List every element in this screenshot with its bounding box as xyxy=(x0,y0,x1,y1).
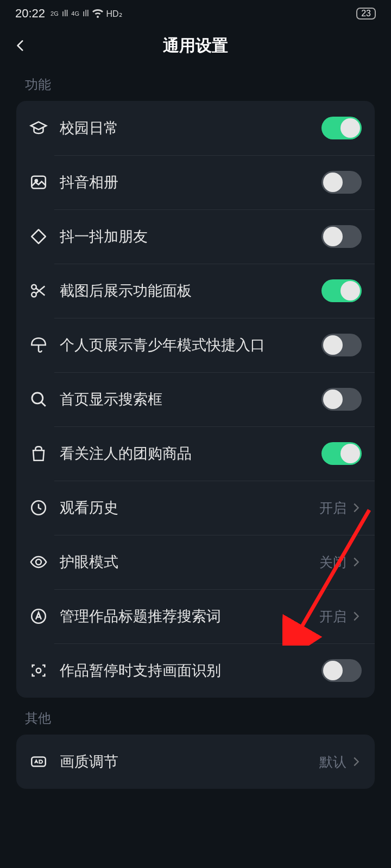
chevron-right-icon xyxy=(350,502,362,514)
toggle-campus[interactable] xyxy=(321,117,362,139)
graduation-cap-icon xyxy=(29,119,48,137)
toggle-search[interactable] xyxy=(321,388,362,411)
row-keywords[interactable]: 管理作品标题推荐搜索词 开启 xyxy=(16,589,375,643)
row-value: 默认 xyxy=(319,753,346,771)
chevron-right-icon xyxy=(350,556,362,568)
section-label-func: 功能 xyxy=(0,64,391,101)
row-label: 观看历史 xyxy=(60,498,319,518)
row-campus[interactable]: 校园日常 xyxy=(16,101,375,155)
row-album[interactable]: 抖音相册 xyxy=(16,155,375,209)
settings-card-func: 校园日常 抖音相册 抖一抖加朋友 截图后展示功能面板 个人页展示青少年模式快捷入… xyxy=(16,101,375,698)
row-label: 护眼模式 xyxy=(60,552,319,572)
status-signal-icons: 2Gıll 4Gıll HD₂ xyxy=(51,9,122,19)
chevron-right-icon xyxy=(350,610,362,622)
status-battery: 23 xyxy=(356,8,376,20)
page-title: 通用设置 xyxy=(0,35,391,57)
row-label: 抖一抖加朋友 xyxy=(60,227,321,246)
row-shake[interactable]: 抖一抖加朋友 xyxy=(16,209,375,264)
row-search[interactable]: 首页显示搜索框 xyxy=(16,372,375,426)
row-history[interactable]: 观看历史 开启 xyxy=(16,481,375,535)
row-value: 开启 xyxy=(319,499,346,517)
svg-point-8 xyxy=(36,668,41,673)
row-label: 画质调节 xyxy=(60,752,319,771)
settings-card-other: 画质调节 默认 xyxy=(16,735,375,789)
search-icon xyxy=(29,390,48,409)
shopping-bag-icon xyxy=(29,444,48,463)
status-time: 20:22 xyxy=(15,7,45,21)
quality-icon xyxy=(29,752,48,771)
row-value: 关闭 xyxy=(319,553,346,571)
row-label: 截图后展示功能面板 xyxy=(60,281,321,301)
row-label: 抖音相册 xyxy=(60,173,321,192)
rotate-icon xyxy=(29,227,48,246)
toggle-teen[interactable] xyxy=(321,334,362,356)
row-groupbuy[interactable]: 看关注人的团购商品 xyxy=(16,426,375,481)
row-label: 作品暂停时支持画面识别 xyxy=(60,661,321,680)
row-screenshot[interactable]: 截图后展示功能面板 xyxy=(16,264,375,318)
scan-icon xyxy=(29,661,48,680)
row-teen[interactable]: 个人页展示青少年模式快捷入口 xyxy=(16,318,375,372)
row-label: 首页显示搜索框 xyxy=(60,390,321,409)
toggle-shake[interactable] xyxy=(321,225,362,248)
toggle-groupbuy[interactable] xyxy=(321,442,362,465)
svg-point-6 xyxy=(36,559,41,565)
row-value: 开启 xyxy=(319,608,346,626)
image-icon xyxy=(29,173,48,192)
row-pauseocr[interactable]: 作品暂停时支持画面识别 xyxy=(16,643,375,698)
row-label: 管理作品标题推荐搜索词 xyxy=(60,607,319,626)
svg-point-4 xyxy=(32,393,43,404)
row-eye[interactable]: 护眼模式 关闭 xyxy=(16,535,375,589)
status-hd: HD₂ xyxy=(106,9,122,19)
svg-rect-0 xyxy=(31,176,46,189)
header: 通用设置 xyxy=(0,27,391,64)
row-label: 看关注人的团购商品 xyxy=(60,444,321,463)
toggle-pauseocr[interactable] xyxy=(321,659,362,682)
status-bar: 20:22 2Gıll 4Gıll HD₂ 23 xyxy=(0,0,391,27)
letter-a-icon xyxy=(29,607,48,626)
svg-rect-9 xyxy=(31,757,46,767)
section-label-other: 其他 xyxy=(0,698,391,735)
toggle-screenshot[interactable] xyxy=(321,279,362,302)
chevron-right-icon xyxy=(350,756,362,768)
scissors-icon xyxy=(29,282,48,300)
back-button[interactable] xyxy=(10,35,31,56)
row-label: 个人页展示青少年模式快捷入口 xyxy=(60,335,321,355)
toggle-album[interactable] xyxy=(321,171,362,194)
eye-icon xyxy=(29,553,48,571)
row-label: 校园日常 xyxy=(60,118,321,138)
umbrella-icon xyxy=(29,336,48,354)
row-quality[interactable]: 画质调节 默认 xyxy=(16,735,375,789)
clock-icon xyxy=(29,499,48,517)
